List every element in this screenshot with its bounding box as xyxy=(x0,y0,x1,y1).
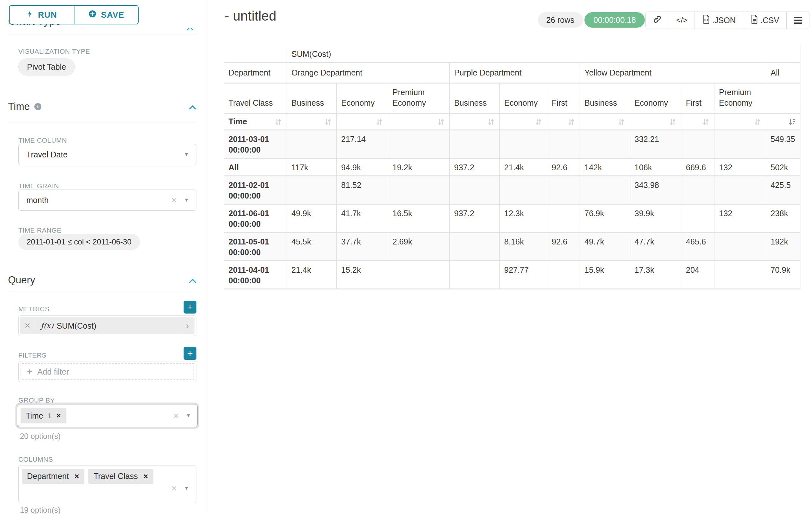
column-sort-header[interactable] xyxy=(450,114,500,130)
pivot-cell xyxy=(715,177,766,205)
pivot-cell xyxy=(682,177,715,205)
remove-pill-icon[interactable]: ✕ xyxy=(56,412,61,420)
pivot-cell: 465.6 xyxy=(682,233,715,261)
groupby-pill[interactable]: Timei✕ xyxy=(21,408,66,424)
view-query-button[interactable]: </> xyxy=(669,12,695,29)
time-column-select[interactable]: Travel Date ▼ xyxy=(18,144,196,165)
add-filter-button[interactable]: + xyxy=(183,347,196,360)
csv-file-icon xyxy=(750,15,758,26)
column-sort-header[interactable] xyxy=(287,114,337,130)
pivot-cell xyxy=(287,130,337,159)
sort-icon[interactable] xyxy=(567,117,576,126)
add-metric-button[interactable]: + xyxy=(183,301,196,314)
pivot-cell: 41.7k xyxy=(337,205,388,233)
chevron-right-icon[interactable]: › xyxy=(180,321,195,330)
row-header: 2011-02-01 00:00:00 xyxy=(224,177,287,205)
pivot-cell: 15.9k xyxy=(580,261,630,290)
pivot-cell: 15.2k xyxy=(337,261,388,290)
metrics-control: ✕ ƒ(x) SUM(Cost) › xyxy=(18,316,196,336)
sort-descending-icon[interactable] xyxy=(787,117,796,126)
column-header: Economy xyxy=(630,83,682,114)
row-header: 2011-04-01 00:00:00 xyxy=(224,261,287,290)
plus-icon: + xyxy=(27,367,32,377)
chevron-down-icon: ▼ xyxy=(186,413,191,418)
chart-type-collapse-icon[interactable] xyxy=(185,28,195,31)
pivot-table: SUM(Cost)DepartmentOrange DepartmentPurp… xyxy=(224,46,801,290)
column-axis-label: Department xyxy=(224,63,287,83)
column-sort-header[interactable] xyxy=(715,114,766,130)
pivot-cell: 669.6 xyxy=(682,159,715,177)
menu-button[interactable] xyxy=(786,12,809,29)
page-title[interactable]: - untitled xyxy=(225,8,276,24)
sort-icon[interactable] xyxy=(436,117,445,126)
sort-icon[interactable] xyxy=(701,117,710,126)
pivot-cell: 217.14 xyxy=(337,130,388,159)
row-axis-sort-header[interactable]: Time xyxy=(224,114,287,130)
pivot-cell: 204 xyxy=(682,261,715,290)
column-header: First xyxy=(682,83,715,114)
sort-icon[interactable] xyxy=(487,117,496,126)
columns-select[interactable]: Department✕Travel Class✕ × ▼ xyxy=(18,465,196,503)
metric-pill[interactable]: ✕ ƒ(x) SUM(Cost) › xyxy=(20,317,195,334)
sort-icon[interactable] xyxy=(668,117,677,126)
pivot-cell: 12.3k xyxy=(500,205,547,233)
sort-icon[interactable] xyxy=(534,117,543,126)
column-sort-header[interactable] xyxy=(630,114,682,130)
time-range-value[interactable]: 2011-01-01 ≤ col < 2011-06-30 xyxy=(18,234,140,250)
pivot-cell xyxy=(715,261,766,290)
remove-pill-icon[interactable]: ✕ xyxy=(143,472,148,480)
query-collapse-icon[interactable] xyxy=(188,276,197,287)
save-button[interactable]: SAVE xyxy=(74,6,138,24)
export-csv-button[interactable]: .CSV xyxy=(743,12,786,29)
chart-panel: - untitled 26 rows 00:00:00.18 </> .JSON… xyxy=(208,0,812,514)
pivot-cell xyxy=(547,177,580,205)
columns-pill[interactable]: Department✕ xyxy=(22,469,84,484)
table-row: 2011-03-01 00:00:00217.14332.21549.35 xyxy=(224,130,801,159)
plus-circle-icon xyxy=(88,10,96,20)
remove-metric-icon[interactable]: ✕ xyxy=(20,321,35,330)
pivot-cell: 81.52 xyxy=(337,177,388,205)
column-group-header: All xyxy=(766,63,801,83)
column-group-header: Orange Department xyxy=(287,63,450,83)
column-header: Premium Economy xyxy=(388,83,450,114)
column-sort-header[interactable] xyxy=(547,114,580,130)
sort-icon[interactable] xyxy=(274,117,283,126)
clear-icon[interactable]: × xyxy=(171,195,177,205)
export-json-button[interactable]: .JSON xyxy=(695,12,743,29)
pivot-cell: 21.4k xyxy=(500,159,547,177)
group-by-select[interactable]: Timei✕ × ▼ xyxy=(17,404,198,427)
share-link-button[interactable] xyxy=(646,12,669,29)
column-sort-header[interactable] xyxy=(580,114,630,130)
group-by-options-hint: 20 option(s) xyxy=(20,432,61,441)
pivot-cell xyxy=(547,205,580,233)
column-sort-header[interactable] xyxy=(500,114,547,130)
sort-icon[interactable] xyxy=(323,117,332,126)
column-header: Economy xyxy=(500,83,547,114)
pivot-cell xyxy=(715,233,766,261)
run-button[interactable]: RUN xyxy=(10,6,74,24)
time-grain-select[interactable]: month × ▼ xyxy=(18,190,196,211)
column-header: Business xyxy=(287,83,337,114)
clear-icon[interactable]: × xyxy=(171,484,177,493)
pivot-cell: 425.5 xyxy=(766,177,801,205)
column-sort-header[interactable] xyxy=(388,114,450,130)
column-sort-header[interactable] xyxy=(766,114,801,130)
link-icon xyxy=(653,15,662,26)
pivot-cell: 21.4k xyxy=(287,261,337,290)
add-filter-dropzone[interactable]: + Add filter xyxy=(21,363,194,380)
column-sort-header[interactable] xyxy=(337,114,388,130)
pivot-cell: 92.6 xyxy=(547,233,580,261)
columns-pill[interactable]: Travel Class✕ xyxy=(88,469,153,484)
sort-icon[interactable] xyxy=(617,117,626,126)
column-subaxis-label: Travel Class xyxy=(224,83,287,114)
pivot-cell: 343.98 xyxy=(630,177,682,205)
time-collapse-icon[interactable] xyxy=(188,103,197,114)
visualization-type-value[interactable]: Pivot Table xyxy=(18,58,75,76)
sort-icon[interactable] xyxy=(753,117,762,126)
column-group-header: Yellow Department xyxy=(580,63,766,83)
column-sort-header[interactable] xyxy=(682,114,715,130)
export-toolbar: </> .JSON .CSV xyxy=(645,11,809,29)
remove-pill-icon[interactable]: ✕ xyxy=(74,472,80,480)
clear-icon[interactable]: × xyxy=(173,411,179,421)
sort-icon[interactable] xyxy=(375,117,384,126)
